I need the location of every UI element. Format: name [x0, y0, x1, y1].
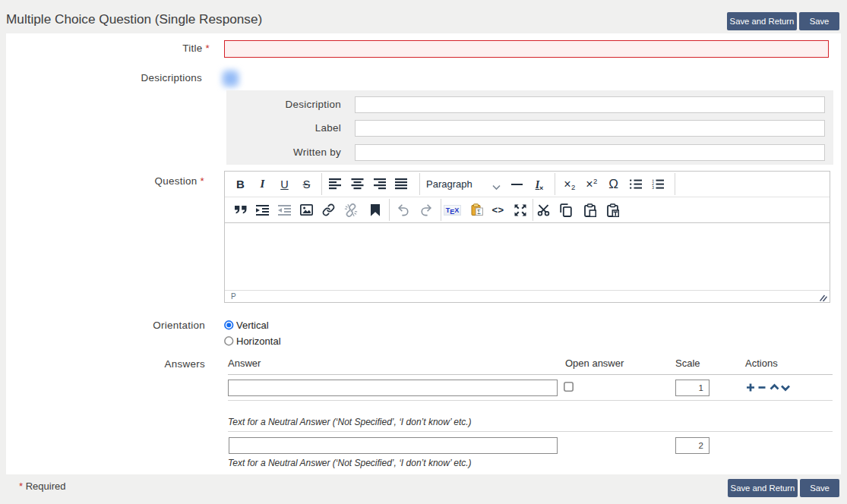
svg-text:3: 3 — [652, 186, 654, 189]
svg-text:Σ: Σ — [477, 209, 480, 216]
